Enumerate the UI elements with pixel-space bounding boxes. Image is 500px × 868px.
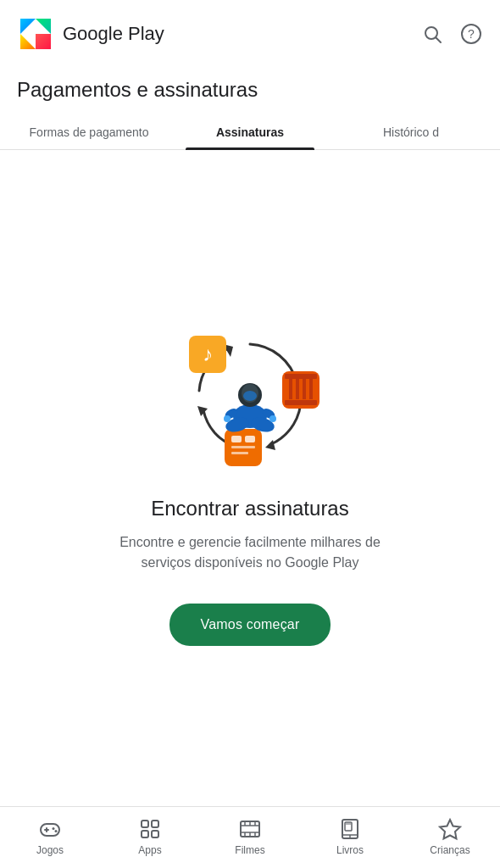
svg-marker-11 [197, 406, 208, 416]
svg-point-36 [269, 415, 276, 422]
svg-rect-23 [231, 436, 242, 442]
svg-rect-43 [152, 821, 158, 827]
svg-rect-37 [41, 824, 59, 836]
svg-rect-19 [296, 379, 299, 399]
nav-label-jogos: Jogos [36, 844, 64, 856]
nav-label-criancas: Crianças [430, 844, 469, 856]
nav-item-livros[interactable]: Livros [300, 814, 400, 860]
tab-historico[interactable]: Histórico d [331, 115, 492, 149]
film-icon [238, 817, 262, 841]
gamepad-icon [38, 817, 62, 841]
star-icon [438, 817, 462, 841]
nav-label-livros: Livros [336, 844, 364, 856]
nav-item-jogos[interactable]: Jogos [0, 814, 100, 860]
svg-rect-17 [285, 400, 317, 405]
svg-point-35 [224, 415, 231, 422]
page-title: Pagamentos e assinaturas [0, 61, 500, 115]
main-content: ♪ [0, 150, 500, 806]
svg-rect-16 [285, 374, 317, 379]
tab-assinaturas[interactable]: Assinaturas [169, 115, 331, 149]
svg-point-40 [53, 827, 55, 830]
tabs: Formas de pagamento Assinaturas Históric… [0, 115, 500, 150]
subscription-illustration: ♪ [165, 319, 335, 471]
svg-rect-24 [245, 436, 255, 442]
header-icons: ? [420, 22, 483, 46]
svg-marker-59 [440, 820, 460, 839]
tab-formas-pagamento[interactable]: Formas de pagamento [8, 115, 169, 149]
book-icon [338, 817, 362, 841]
svg-rect-44 [142, 831, 148, 837]
svg-rect-45 [152, 831, 158, 837]
nav-label-apps: Apps [138, 844, 161, 856]
play-logo-icon [17, 15, 54, 53]
search-icon[interactable] [420, 22, 444, 46]
svg-rect-25 [231, 446, 255, 448]
bottom-nav: Jogos Apps Fi [0, 806, 500, 868]
svg-line-6 [436, 38, 442, 43]
nav-item-filmes[interactable]: Filmes [200, 814, 300, 860]
apps-icon [138, 817, 162, 841]
content-subtext: Encontre e gerencie facilmente milhares … [97, 532, 403, 573]
svg-point-41 [55, 830, 58, 832]
svg-text:?: ? [468, 27, 475, 41]
cta-button[interactable]: Vamos começar [169, 604, 330, 646]
nav-item-apps[interactable]: Apps [100, 814, 200, 860]
help-icon[interactable]: ? [459, 22, 483, 46]
svg-rect-20 [303, 379, 306, 399]
svg-rect-18 [289, 379, 292, 399]
app-name: Google Play [63, 23, 164, 45]
logo: Google Play [17, 15, 164, 53]
svg-text:♪: ♪ [203, 342, 213, 365]
svg-point-30 [243, 391, 257, 401]
header: Google Play ? [0, 0, 500, 61]
svg-rect-42 [142, 821, 148, 827]
svg-rect-26 [231, 452, 248, 454]
content-heading: Encontrar assinaturas [151, 497, 348, 520]
svg-rect-21 [309, 379, 313, 399]
nav-label-filmes: Filmes [235, 844, 264, 856]
nav-item-criancas[interactable]: Crianças [400, 814, 500, 860]
